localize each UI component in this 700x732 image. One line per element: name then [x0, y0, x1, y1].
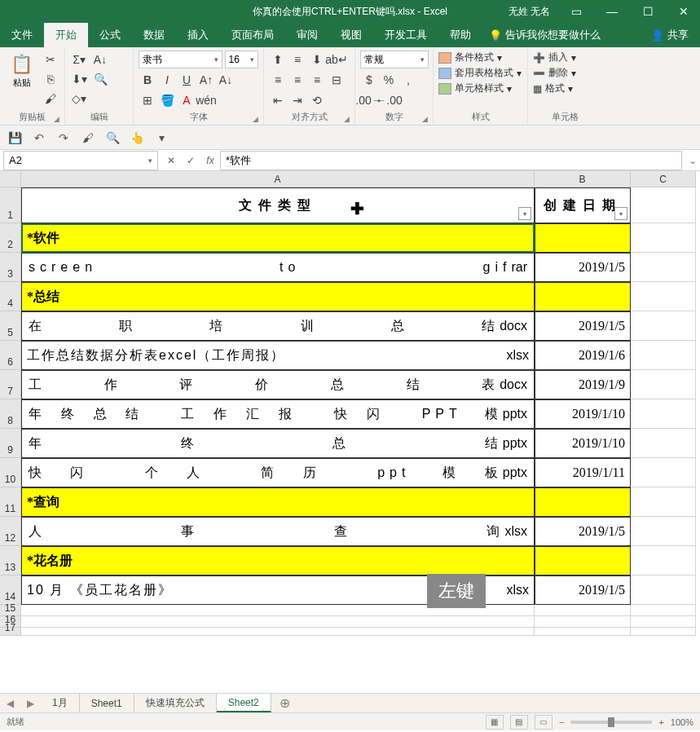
zoom-out-button[interactable]: −	[559, 717, 564, 727]
cell[interactable]: 10 月 《员工花名册》xlsx	[21, 575, 535, 605]
row-header[interactable]: 5	[0, 311, 21, 341]
fx-button[interactable]: fx	[200, 151, 220, 170]
qat-brush-icon[interactable]: 🖌	[78, 128, 98, 148]
cell[interactable]	[535, 546, 631, 575]
cell[interactable]	[21, 628, 535, 636]
row-header[interactable]: 9	[0, 429, 21, 458]
cell[interactable]: 2019/1/5	[535, 253, 631, 282]
close-button[interactable]: ✕	[667, 0, 700, 23]
font-color-button[interactable]: A	[178, 91, 196, 109]
conditional-format-button[interactable]: 条件格式▾	[438, 51, 522, 64]
cell[interactable]	[21, 605, 535, 616]
cell[interactable]	[631, 429, 696, 458]
cell[interactable]	[21, 616, 535, 628]
tab-help[interactable]: 帮助	[438, 23, 482, 47]
cell[interactable]	[631, 605, 696, 616]
row-header[interactable]: 7	[0, 370, 21, 399]
user-name[interactable]: 无姓 无名	[508, 5, 550, 19]
row-header[interactable]: 17	[0, 628, 21, 636]
tell-me[interactable]: 💡告诉我你想要做什么	[489, 23, 601, 47]
wrap-text-button[interactable]: ab↵	[328, 51, 346, 68]
sheet-tab[interactable]: Sheet2	[217, 694, 271, 712]
cell[interactable]	[631, 282, 696, 311]
cell[interactable]: *总结	[21, 282, 535, 311]
zoom-slider[interactable]	[570, 721, 652, 724]
cell[interactable]	[631, 517, 696, 546]
cell[interactable]: 2019/1/11	[535, 458, 631, 487]
cell[interactable]: 2019/1/9	[535, 370, 631, 399]
cell[interactable]	[631, 223, 696, 253]
sheet-tab[interactable]: 快速填充公式	[134, 694, 217, 712]
column-header[interactable]: A	[21, 171, 535, 187]
row-header[interactable]: 1	[0, 187, 21, 223]
maximize-button[interactable]: ☐	[632, 0, 664, 23]
row-header[interactable]: 8	[0, 399, 21, 429]
align-middle-button[interactable]: ≡	[288, 51, 306, 68]
format-cells-button[interactable]: ▦格式▾	[533, 82, 576, 95]
cell[interactable]: 年终总结 工作汇报 快闪 PPT 模pptx	[21, 399, 535, 429]
percent-button[interactable]: %	[380, 71, 398, 89]
underline-button[interactable]: U	[178, 71, 196, 89]
cell[interactable]: 工作总结数据分析表excel（工作周报）xlsx	[21, 341, 535, 370]
redo-button[interactable]: ↷	[54, 128, 73, 148]
find-button[interactable]: 🔍	[91, 70, 109, 88]
row-header[interactable]: 2	[0, 223, 21, 253]
cell[interactable]: 2019/1/5	[535, 517, 631, 546]
cell[interactable]: 2019/1/5	[535, 575, 631, 605]
cell[interactable]	[631, 370, 696, 399]
tab-review[interactable]: 审阅	[285, 23, 329, 47]
save-button[interactable]: 💾	[5, 128, 24, 148]
select-all-corner[interactable]	[0, 171, 21, 187]
orientation-button[interactable]: ⟲	[308, 91, 326, 109]
cell[interactable]	[631, 575, 696, 605]
expand-formula-bar-icon[interactable]: ⌄	[685, 155, 700, 166]
align-center-button[interactable]: ≡	[288, 71, 306, 89]
row-header[interactable]: 12	[0, 517, 21, 546]
row-header[interactable]: 6	[0, 341, 21, 370]
cell[interactable]	[631, 253, 696, 282]
tab-nav-prev-icon[interactable]: ◀	[0, 698, 20, 709]
insert-cells-button[interactable]: ➕插入▾	[533, 51, 576, 64]
grow-font-button[interactable]: A↑	[197, 71, 215, 89]
tab-data[interactable]: 数据	[132, 23, 176, 47]
cell[interactable]	[631, 628, 696, 636]
tab-view[interactable]: 视图	[329, 23, 373, 47]
cell[interactable]: 在职培训总结docx	[21, 311, 535, 341]
page-layout-view-button[interactable]: ▤	[510, 715, 528, 730]
currency-button[interactable]: $	[360, 71, 378, 89]
qat-customize-icon[interactable]: ▾	[152, 128, 171, 148]
tab-layout[interactable]: 页面布局	[220, 23, 285, 47]
cell[interactable]: 2019/1/5	[535, 311, 631, 341]
qat-zoom-icon[interactable]: 🔍	[103, 128, 122, 148]
row-header[interactable]: 11	[0, 487, 21, 517]
cell[interactable]: *查询	[21, 487, 535, 517]
tab-formulas[interactable]: 公式	[88, 23, 132, 47]
name-box[interactable]: A2▾	[3, 151, 158, 170]
share-button[interactable]: 👤共享	[640, 23, 700, 47]
paste-button[interactable]: 📋 粘贴	[5, 51, 38, 109]
cell[interactable]	[631, 341, 696, 370]
cell[interactable]	[535, 628, 631, 636]
decrease-decimal-button[interactable]: ←.00	[380, 91, 398, 109]
cell[interactable]	[631, 187, 696, 223]
cell[interactable]	[535, 616, 631, 628]
sort-filter-button[interactable]: A↓	[91, 51, 109, 68]
font-name-combo[interactable]: 隶书▾	[139, 51, 222, 68]
dialog-launcher-icon[interactable]: ◢	[253, 115, 258, 123]
cell[interactable]: 年终总结pptx	[21, 429, 535, 458]
align-right-button[interactable]: ≡	[308, 71, 326, 89]
increase-indent-button[interactable]: ⇥	[288, 91, 306, 109]
delete-cells-button[interactable]: ➖删除▾	[533, 66, 576, 80]
sheet-tab[interactable]: 1月	[41, 694, 80, 712]
phonetic-button[interactable]: wén	[197, 91, 215, 109]
italic-button[interactable]: I	[158, 71, 176, 89]
cell[interactable]	[535, 282, 631, 311]
dialog-launcher-icon[interactable]: ◢	[422, 115, 428, 123]
zoom-level[interactable]: 100%	[671, 717, 693, 727]
filter-dropdown-button[interactable]: ▾	[614, 207, 627, 220]
row-header[interactable]: 3	[0, 253, 21, 282]
fill-color-button[interactable]: 🪣	[158, 91, 176, 109]
cell[interactable]: *花名册	[21, 546, 535, 575]
new-sheet-button[interactable]: ⊕	[271, 695, 298, 711]
dialog-launcher-icon[interactable]: ◢	[344, 115, 350, 123]
